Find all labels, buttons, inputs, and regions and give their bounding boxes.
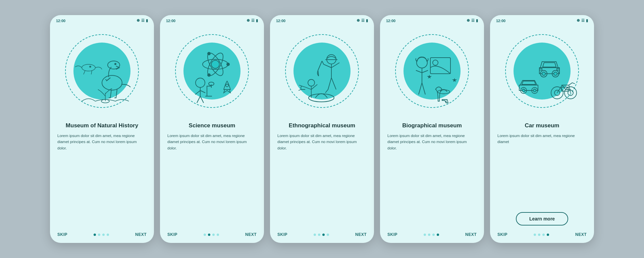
next-button-4[interactable]: NEXT [465, 232, 477, 237]
illustration-car [490, 24, 594, 118]
battery-icon-4: ▮ [476, 18, 478, 23]
svg-point-18 [308, 79, 315, 86]
svg-point-37 [533, 89, 536, 92]
svg-point-35 [522, 89, 525, 92]
skip-button-1[interactable]: SKIP [57, 232, 67, 237]
phone-2-nav: SKIP NEXT [160, 228, 264, 243]
nav-dots-2 [204, 234, 219, 236]
svg-point-17 [309, 94, 334, 102]
car-svg [502, 31, 582, 111]
phone-1-content: Museum of Natural History Lorem ipsum do… [50, 118, 154, 228]
skip-button-5[interactable]: SKIP [497, 232, 507, 237]
museum-title-3: Ethnographical museum [277, 122, 367, 129]
status-bar-3: 12:00 ☸ ☰ ▮ [270, 15, 374, 24]
signal-icon-3: ☰ [361, 18, 365, 23]
nav-dots-3 [314, 234, 329, 236]
svg-point-0 [102, 75, 122, 90]
battery-icon-3: ▮ [366, 18, 368, 23]
svg-point-15 [226, 84, 228, 87]
skip-button-2[interactable]: SKIP [167, 232, 177, 237]
phone-5: 12:00 ☸ ☰ ▮ [490, 15, 594, 243]
svg-point-3 [82, 64, 95, 71]
next-button-3[interactable]: NEXT [355, 232, 367, 237]
dot-2 [432, 234, 435, 236]
battery-icon: ▮ [146, 18, 148, 23]
svg-rect-27 [539, 68, 542, 70]
dot-3 [547, 234, 549, 236]
battery-icon-2: ▮ [256, 18, 258, 23]
phone-4-content: Biographical museum Lorem ipsum dolor si… [380, 118, 484, 228]
dot-1 [318, 234, 320, 236]
phone-1-nav: SKIP NEXT [50, 228, 154, 243]
museum-desc-5: Lorem ipsum dolor sit dim amet, mea regi… [497, 133, 587, 209]
dot-3 [327, 234, 329, 236]
phone-5-content: Car museum Lorem ipsum dolor sit dim ame… [490, 118, 594, 228]
dot-1 [428, 234, 430, 236]
dot-3 [437, 234, 439, 236]
dot-0 [204, 234, 206, 236]
museum-desc-1: Lorem ipsum dolor sit dim amet, mea regi… [57, 133, 147, 228]
wifi-icon-4: ☸ [467, 18, 470, 23]
nav-dots-1 [94, 234, 109, 236]
skip-button-4[interactable]: SKIP [387, 232, 397, 237]
natural-history-svg [62, 31, 142, 111]
next-button-1[interactable]: NEXT [135, 232, 147, 237]
signal-icon: ☰ [141, 18, 145, 23]
museum-title-5: Car museum [497, 122, 587, 129]
dot-2 [322, 234, 325, 236]
status-bar-1: 12:00 ☸ ☰ ▮ [50, 15, 154, 24]
status-icons-4: ☸ ☰ ▮ [467, 18, 478, 23]
phones-container: 12:00 ☸ ☰ ▮ [43, 8, 601, 250]
phone-5-nav: SKIP NEXT [490, 228, 594, 243]
phone-3-content: Ethnographical museum Lorem ipsum dolor … [270, 118, 374, 228]
illustration-science [160, 24, 264, 118]
dot-1 [208, 234, 210, 236]
time-4: 12:00 [386, 19, 395, 23]
time-2: 12:00 [166, 19, 175, 23]
status-bar-5: 12:00 ☸ ☰ ▮ [490, 15, 594, 24]
next-button-2[interactable]: NEXT [245, 232, 257, 237]
nav-dots-4 [424, 234, 439, 236]
dot-0 [424, 234, 426, 236]
svg-point-26 [554, 72, 557, 75]
status-bar-4: 12:00 ☸ ☰ ▮ [380, 15, 484, 24]
svg-point-10 [227, 63, 229, 66]
phone-3-nav: SKIP NEXT [270, 228, 374, 243]
museum-desc-4: Lorem ipsum dolor sit dim amet, mea regi… [387, 133, 477, 228]
signal-icon-4: ☰ [471, 18, 475, 23]
time-1: 12:00 [56, 19, 65, 23]
status-bar-2: 12:00 ☸ ☰ ▮ [160, 15, 264, 24]
phone-3: 12:00 ☸ ☰ ▮ [270, 15, 374, 243]
svg-point-1 [108, 61, 120, 69]
museum-desc-3: Lorem ipsum dolor sit dim amet, mea regi… [277, 133, 367, 228]
phone-2-content: Science museum Lorem ipsum dolor sit dim… [160, 118, 264, 228]
status-icons-2: ☸ ☰ ▮ [247, 18, 258, 23]
learn-more-button[interactable]: Learn more [516, 212, 568, 225]
skip-button-3[interactable]: SKIP [277, 232, 287, 237]
next-button-5[interactable]: NEXT [575, 232, 587, 237]
signal-icon-5: ☰ [581, 18, 585, 23]
science-svg [172, 31, 252, 111]
dot-3 [217, 234, 219, 236]
phone-4: 12:00 ☸ ☰ ▮ [380, 15, 484, 243]
svg-point-13 [196, 78, 205, 87]
dot-2 [542, 234, 545, 236]
ethnographical-svg [282, 31, 362, 111]
dot-2 [212, 234, 215, 236]
wifi-icon-2: ☸ [247, 18, 250, 23]
wifi-icon-5: ☸ [577, 18, 580, 23]
signal-icon-2: ☰ [251, 18, 255, 23]
svg-point-4 [90, 66, 91, 67]
museum-title-2: Science museum [167, 122, 257, 129]
dot-0 [94, 234, 96, 236]
svg-point-2 [115, 63, 116, 65]
svg-point-6 [211, 60, 219, 68]
phone-4-nav: SKIP NEXT [380, 228, 484, 243]
status-icons-5: ☸ ☰ ▮ [577, 18, 588, 23]
battery-icon-5: ▮ [586, 18, 588, 23]
dot-1 [98, 234, 100, 236]
illustration-natural-history [50, 24, 154, 118]
phone-2: 12:00 ☸ ☰ ▮ [160, 15, 264, 243]
illustration-biographical [380, 24, 484, 118]
dot-3 [107, 234, 109, 236]
